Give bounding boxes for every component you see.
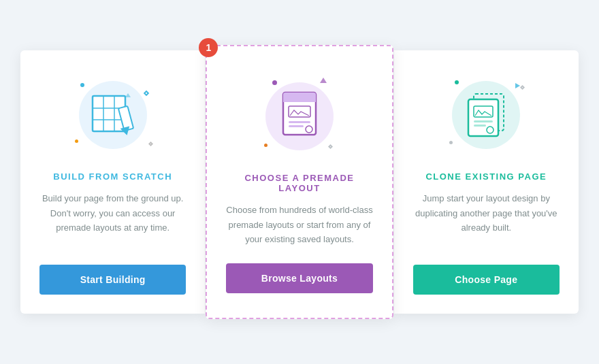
svg-rect-13 xyxy=(289,125,304,127)
card-title-premade: CHOOSE A PREMADE LAYOUT xyxy=(226,173,372,193)
card-premade-layout: 1 xyxy=(206,45,393,318)
card-desc-premade: Choose from hundreds of world-class prem… xyxy=(226,203,372,246)
dec-dot-4 xyxy=(264,144,268,147)
card-clone-page: CLONE EXISTING PAGE Jump start your layo… xyxy=(394,50,579,313)
dec-dot-3 xyxy=(272,80,277,85)
dec-dot-2 xyxy=(75,139,78,143)
browse-layouts-button[interactable]: Browse Layouts xyxy=(226,263,372,293)
svg-rect-18 xyxy=(474,120,493,122)
choose-page-button[interactable]: Choose Page xyxy=(413,265,560,295)
premade-icon xyxy=(275,88,324,144)
cards-container: BUILD FROM SCRATCH Build your page from … xyxy=(20,50,579,313)
dec-sq-2 xyxy=(148,142,153,146)
dec-dot-5 xyxy=(455,80,459,84)
svg-rect-12 xyxy=(289,121,310,123)
card-title-clone: CLONE EXISTING PAGE xyxy=(425,171,547,182)
dec-dot-1 xyxy=(80,83,84,87)
card-desc-clone: Jump start your layout design by duplica… xyxy=(413,191,560,248)
dec-sq-3 xyxy=(328,144,333,149)
icon-area-premade xyxy=(252,72,347,161)
scratch-icon xyxy=(86,88,140,142)
card-build-from-scratch: BUILD FROM SCRATCH Build your page from … xyxy=(20,50,205,313)
start-building-button[interactable]: Start Building xyxy=(39,265,186,295)
icon-area-clone xyxy=(438,71,534,159)
svg-rect-19 xyxy=(474,125,486,127)
badge-number: 1 xyxy=(199,38,218,57)
dec-dot-6 xyxy=(449,141,453,144)
dec-sq-1 xyxy=(143,90,148,96)
card-desc-scratch: Build your page from the ground up. Don'… xyxy=(39,191,186,248)
icon-area-scratch xyxy=(65,71,161,159)
svg-rect-10 xyxy=(283,99,316,102)
svg-marker-7 xyxy=(125,93,131,97)
clone-icon xyxy=(459,87,513,143)
dec-sq-4 xyxy=(520,85,525,90)
dec-tri-1 xyxy=(320,78,327,83)
card-title-scratch: BUILD FROM SCRATCH xyxy=(53,171,172,182)
dec-arrow-1 xyxy=(515,83,520,88)
